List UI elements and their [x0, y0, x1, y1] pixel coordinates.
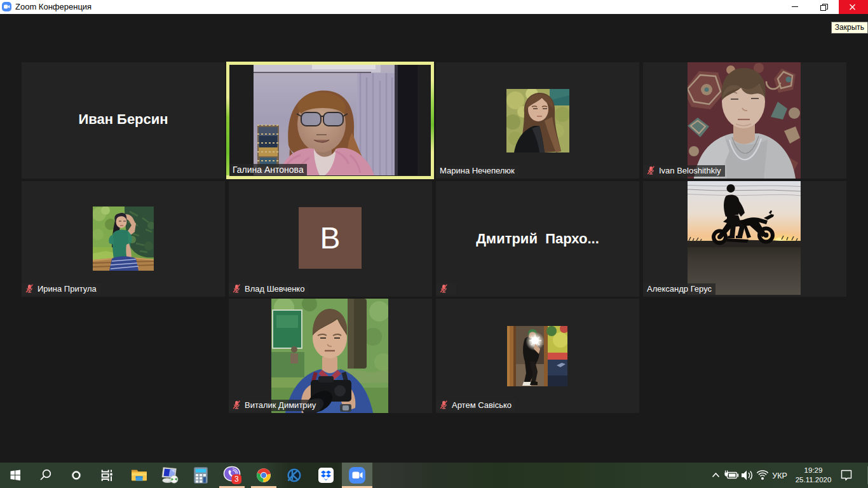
svg-text:УКР: УКР: [772, 471, 787, 480]
svg-text:3: 3: [234, 475, 239, 484]
